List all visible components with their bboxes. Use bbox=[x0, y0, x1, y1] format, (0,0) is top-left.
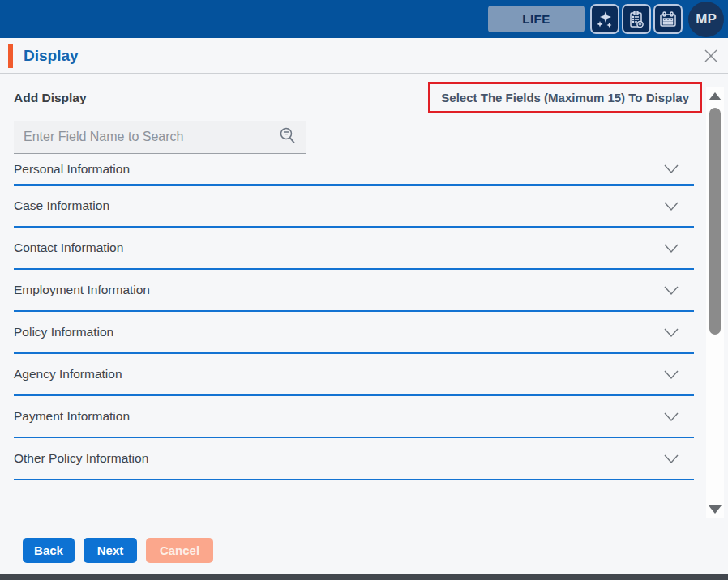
page-title: Display bbox=[24, 47, 79, 65]
add-display-label: Add Display bbox=[14, 91, 87, 105]
back-button[interactable]: Back bbox=[23, 538, 75, 563]
search-bar bbox=[14, 121, 306, 154]
close-button[interactable] bbox=[700, 45, 722, 66]
section-label: Agency Information bbox=[14, 367, 122, 382]
close-icon bbox=[704, 49, 718, 63]
section-personal-information[interactable]: Personal Information bbox=[14, 154, 694, 186]
calendar-button[interactable] bbox=[653, 4, 683, 34]
scroll-down-arrow[interactable] bbox=[709, 505, 722, 514]
section-payment-information[interactable]: Payment Information bbox=[14, 396, 694, 438]
section-label: Policy Information bbox=[14, 325, 113, 339]
chevron-down-icon bbox=[663, 285, 679, 296]
chevron-down-icon bbox=[663, 327, 679, 338]
modal-body: Add Display Select The Fields (Maximum 1… bbox=[0, 74, 728, 525]
chevron-down-icon bbox=[663, 412, 679, 422]
section-agency-information[interactable]: Agency Information bbox=[14, 354, 694, 396]
scrollbar-thumb[interactable] bbox=[709, 108, 721, 335]
calendar-icon bbox=[658, 10, 678, 29]
scroll-up-arrow[interactable] bbox=[709, 92, 722, 100]
next-button[interactable]: Next bbox=[84, 538, 137, 563]
search-input[interactable] bbox=[24, 130, 278, 144]
life-button[interactable]: LIFE bbox=[488, 6, 585, 32]
body-header-row: Add Display Select The Fields (Maximum 1… bbox=[0, 74, 728, 113]
cancel-button[interactable]: Cancel bbox=[146, 538, 213, 563]
accent-bar bbox=[8, 44, 13, 68]
section-label: Case Information bbox=[14, 198, 109, 213]
clipboard-add-button[interactable] bbox=[622, 4, 651, 34]
search-icon[interactable] bbox=[278, 126, 298, 147]
chevron-down-icon bbox=[663, 201, 679, 211]
sparkles-button[interactable] bbox=[590, 4, 619, 34]
modal-header: Display bbox=[0, 38, 728, 73]
section-label: Other Policy Information bbox=[14, 451, 148, 466]
section-case-information[interactable]: Case Information bbox=[14, 186, 694, 228]
section-label: Employment Information bbox=[14, 283, 150, 297]
modal-footer: Back Next Cancel bbox=[0, 525, 728, 574]
section-label: Personal Information bbox=[14, 162, 130, 177]
clipboard-add-icon bbox=[627, 10, 646, 29]
section-label: Payment Information bbox=[14, 409, 130, 424]
chevron-down-icon bbox=[663, 369, 679, 380]
chevron-down-icon bbox=[663, 164, 679, 174]
section-label: Contact Information bbox=[14, 241, 123, 255]
section-policy-information[interactable]: Policy Information bbox=[14, 312, 694, 354]
chevron-down-icon bbox=[663, 454, 679, 464]
section-employment-information[interactable]: Employment Information bbox=[14, 270, 694, 312]
avatar[interactable]: MP bbox=[688, 2, 724, 37]
section-contact-information[interactable]: Contact Information bbox=[14, 228, 694, 270]
sparkles-icon bbox=[595, 10, 615, 29]
section-list: Personal Information Case Information Co… bbox=[14, 154, 694, 480]
chevron-down-icon bbox=[663, 243, 679, 254]
app-window: LIFE bbox=[0, 0, 728, 580]
section-other-policy-information[interactable]: Other Policy Information bbox=[14, 438, 694, 480]
fields-note: Select The Fields (Maximum 15) To Displa… bbox=[428, 82, 702, 113]
scrollbar[interactable] bbox=[706, 87, 724, 518]
top-navbar: LIFE bbox=[0, 0, 728, 38]
window-bottom-edge bbox=[0, 574, 728, 580]
